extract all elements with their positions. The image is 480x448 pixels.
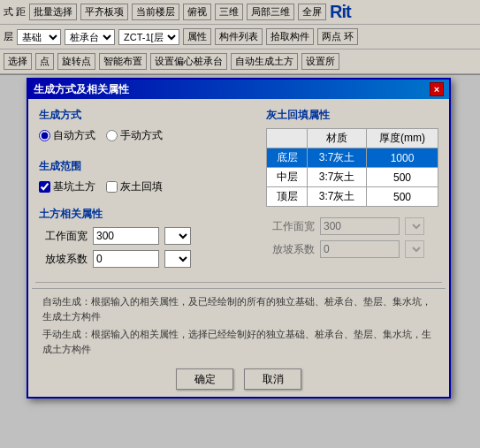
table-row[interactable]: 底层 3:7灰土 1000 [267,148,438,168]
material-top: 3:7灰土 [308,187,367,207]
toolbar: 式 距 批量选择 平齐板项 当前楼层 俯视 三维 局部三维 全屏 Rit 层 基… [0,0,480,75]
auto-method-text: 自动方式 [53,128,95,143]
foundation-select[interactable]: 基础 [17,29,61,45]
ash-fill-table: 材质 厚度(mm) 底层 3:7灰土 1000 中层 3:7灰土 500 [266,128,438,207]
layer-top: 顶层 [267,187,308,207]
layer-bottom: 底层 [267,148,308,168]
two-point-btn[interactable]: 两点 环 [317,28,358,45]
range-checkbox-group: 基坑土方 灰土回填 [39,179,252,194]
3d-btn[interactable]: 三维 [215,4,243,20]
eccentric-btn[interactable]: 设置偏心桩承台 [150,53,227,70]
smart-layout-btn[interactable]: 智能布置 [99,53,147,70]
slope-label: 放坡系数 [39,252,88,267]
dialog-title: 生成方式及相关属性 [34,82,129,97]
auto-method-radio[interactable] [39,130,50,141]
toolbar-row-1: 式 距 批量选择 平齐板项 当前楼层 俯视 三维 局部三维 全屏 Rit [0,0,480,25]
foundation-pit-label[interactable]: 基坑土方 [39,179,95,194]
table-row[interactable]: 顶层 3:7灰土 500 [267,187,438,207]
work-width-label: 工作面宽 [39,229,88,244]
slope-input[interactable] [93,250,159,268]
ash-fill-title: 灰土回填属性 [266,108,438,123]
foundation-pit-text: 基坑土方 [53,179,95,194]
generation-method-section: 生成方式 自动方式 手动方式 [39,108,252,147]
pile-cap-select[interactable]: 桩承台 [65,29,115,45]
dialog-content: 生成方式 自动方式 手动方式 生成范围 [28,99,449,282]
material-bottom: 3:7灰土 [308,148,367,168]
right-panel: 灰土回填属性 材质 厚度(mm) 底层 3:7灰土 1000 [266,108,438,273]
right-work-width-input [320,217,400,235]
table-row[interactable]: 中层 3:7灰土 500 [267,168,438,187]
generation-method-title: 生成方式 [39,108,252,123]
thickness-top: 500 [367,187,438,207]
fullscreen-btn[interactable]: 全屏 [298,4,326,20]
manual-method-label[interactable]: 手动方式 [106,128,163,143]
auto-description: 自动生成：根据输入的相关属性，及已经绘制的所有的独立基础、桩承台、垫层、集水坑，… [42,294,435,323]
top-view-btn[interactable]: 俯视 [183,4,211,20]
rit-logo: Rit [330,2,351,22]
slope-select[interactable] [164,250,191,268]
component-list-btn[interactable]: 构件列表 [215,28,263,45]
manual-method-text: 手动方式 [120,128,163,143]
generation-range-section: 生成范围 基坑土方 灰土回填 [39,159,252,194]
earth-props-section: 土方相关属性 工作面宽 放坡系数 [39,207,252,273]
work-width-select[interactable] [164,227,191,245]
point-btn[interactable]: 点 [35,53,54,70]
layer-middle: 中层 [267,168,308,187]
thickness-middle: 500 [367,168,438,187]
generation-range-title: 生成范围 [39,159,252,174]
manual-method-radio[interactable] [106,130,118,141]
pick-component-btn[interactable]: 拾取构件 [266,28,314,45]
select-btn[interactable]: 选择 [4,53,32,70]
right-slope-row: 放坡系数 [266,240,438,258]
right-props-section: 工作面宽 放坡系数 [266,217,438,258]
zct-select[interactable]: ZCT-1[层 [118,29,179,45]
col-layer [267,129,308,148]
dialog-close-btn[interactable]: × [430,82,444,96]
auto-method-label[interactable]: 自动方式 [39,128,95,143]
cancel-button[interactable]: 取消 [244,368,301,390]
right-slope-label: 放坡系数 [266,242,315,257]
properties-btn[interactable]: 属性 [183,28,211,45]
dialog: 生成方式及相关属性 × 生成方式 自动方式 手动方式 [27,78,451,399]
manual-description: 手动生成：根据输入的相关属性，选择已经绘制好的独立基础、桩承台、垫层、集水坑，生… [42,327,435,356]
ash-fill-label[interactable]: 灰土回填 [106,179,163,194]
material-middle: 3:7灰土 [308,168,367,187]
toolbar-row-3: 选择 点 旋转点 智能布置 设置偏心桩承台 自动生成土方 设置所 [0,49,480,74]
current-floor-btn[interactable]: 当前楼层 [132,4,179,20]
dialog-footer: 确定 取消 [28,361,449,397]
description-area: 自动生成：根据输入的相关属性，及已经绘制的所有的独立基础、桩承台、垫层、集水坑，… [32,288,446,361]
right-slope-input [320,240,400,258]
slope-row: 放坡系数 [39,250,252,268]
thickness-bottom: 1000 [367,148,438,168]
dialog-titlebar: 生成方式及相关属性 × [28,80,449,99]
align-btn[interactable]: 平齐板项 [80,4,128,20]
earth-props-title: 土方相关属性 [39,207,252,222]
ash-fill-text: 灰土回填 [120,179,163,194]
right-work-width-row: 工作面宽 [266,217,438,235]
settings-btn[interactable]: 设置所 [301,53,339,70]
left-panel: 生成方式 自动方式 手动方式 生成范围 [39,108,252,273]
local-3d-btn[interactable]: 局部三维 [247,4,294,20]
batch-select-btn[interactable]: 批量选择 [29,4,77,20]
foundation-pit-checkbox[interactable] [39,181,50,193]
auto-earthwork-btn[interactable]: 自动生成土方 [231,53,298,70]
rotate-point-btn[interactable]: 旋转点 [57,53,95,70]
right-slope-select [405,240,424,258]
generation-radio-group: 自动方式 手动方式 [39,128,252,143]
col-thickness: 厚度(mm) [367,129,438,148]
right-work-width-label: 工作面宽 [266,219,315,234]
separator [35,282,442,283]
col-material: 材质 [308,129,367,148]
confirm-button[interactable]: 确定 [176,368,233,390]
toolbar-row-2: 层 基础 桩承台 ZCT-1[层 属性 构件列表 拾取构件 两点 环 [0,25,480,49]
work-width-input[interactable] [93,227,159,245]
layer-label: 层 [4,30,13,43]
work-width-row: 工作面宽 [39,227,252,245]
ash-fill-checkbox[interactable] [106,181,118,193]
toolbar-item: 式 距 [4,5,26,19]
right-work-width-select [405,217,424,235]
